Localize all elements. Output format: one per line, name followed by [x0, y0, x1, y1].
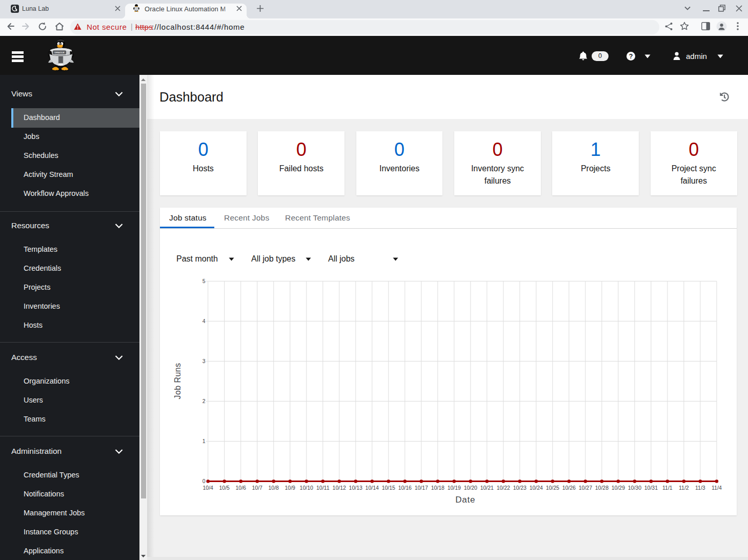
svg-text:10/23: 10/23	[513, 485, 527, 491]
svg-text:3: 3	[203, 358, 206, 364]
svg-text:10/28: 10/28	[595, 485, 609, 491]
svg-text:4: 4	[203, 318, 206, 324]
svg-text:10/13: 10/13	[349, 485, 362, 491]
svg-text:10/22: 10/22	[497, 485, 510, 491]
svg-text:1: 1	[203, 438, 206, 444]
svg-text:10/4: 10/4	[203, 485, 213, 491]
svg-text:Job Runs: Job Runs	[173, 363, 182, 399]
svg-text:10/10: 10/10	[300, 485, 313, 491]
svg-text:11/4: 11/4	[712, 485, 722, 491]
svg-text:11/3: 11/3	[695, 485, 705, 491]
svg-text:10/12: 10/12	[333, 485, 346, 491]
svg-text:10/16: 10/16	[398, 485, 412, 491]
svg-text:10/25: 10/25	[546, 485, 559, 491]
svg-text:10/18: 10/18	[431, 485, 444, 491]
svg-text:10/24: 10/24	[530, 485, 543, 491]
svg-text:10/31: 10/31	[644, 485, 658, 491]
svg-text:10/30: 10/30	[628, 485, 641, 491]
svg-text:10/8: 10/8	[269, 485, 279, 491]
svg-text:10/29: 10/29	[612, 485, 625, 491]
svg-text:10/27: 10/27	[579, 485, 592, 491]
svg-text:10/21: 10/21	[480, 485, 494, 491]
svg-text:10/19: 10/19	[448, 485, 461, 491]
svg-text:10/17: 10/17	[415, 485, 428, 491]
svg-text:10/20: 10/20	[464, 485, 477, 491]
svg-text:11/2: 11/2	[679, 485, 689, 491]
svg-text:?: ?	[629, 53, 633, 60]
svg-text:10/14: 10/14	[366, 485, 379, 491]
svg-text:10/15: 10/15	[382, 485, 395, 491]
svg-text:Date: Date	[455, 495, 475, 505]
svg-text:0: 0	[203, 478, 206, 484]
svg-text:2: 2	[203, 398, 206, 404]
svg-text:10/11: 10/11	[316, 485, 330, 491]
svg-text:10/9: 10/9	[285, 485, 296, 491]
svg-text:11/1: 11/1	[662, 485, 673, 491]
svg-text:10/7: 10/7	[252, 485, 263, 491]
svg-text:10/5: 10/5	[219, 485, 230, 491]
svg-text:10/26: 10/26	[562, 485, 576, 491]
svg-text:10/6: 10/6	[235, 485, 246, 491]
svg-text:ORACLE: ORACLE	[54, 51, 64, 54]
svg-text:5: 5	[203, 278, 206, 284]
